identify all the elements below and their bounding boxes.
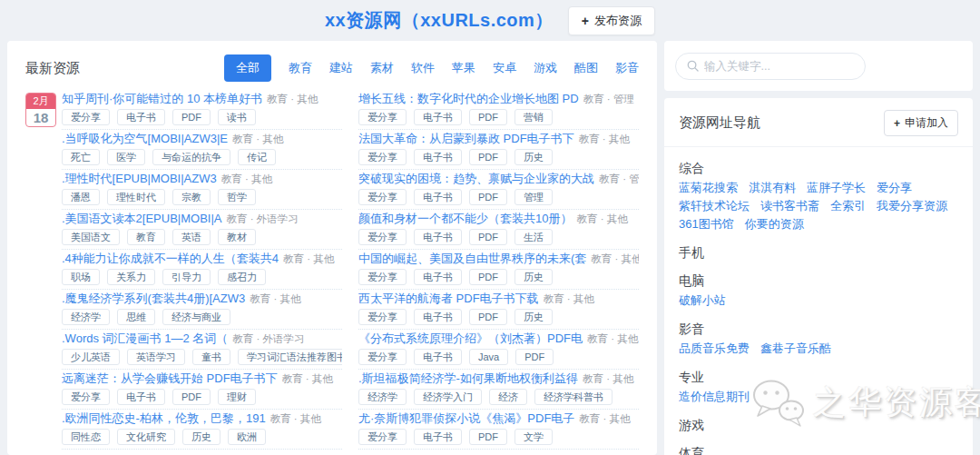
tab-7[interactable]: 游戏	[534, 60, 557, 76]
resource-title-link[interactable]: .魔鬼经济学系列(套装共4册)[AZW3	[62, 292, 245, 305]
tag-chip[interactable]: 思维	[117, 309, 155, 325]
resource-title-link[interactable]: .当呼吸化为空气[MOBI|AZW3|E	[62, 132, 228, 145]
nav-link[interactable]: 破解小站	[679, 292, 726, 310]
tag-chip[interactable]: 爱分享	[358, 229, 407, 245]
tag-chip[interactable]: 教材	[218, 229, 256, 245]
tag-chip[interactable]: 管理	[514, 189, 553, 205]
tag-chip[interactable]: 理性时代	[107, 189, 165, 205]
tag-chip[interactable]: 文学	[514, 429, 553, 445]
tag-chip[interactable]: 爱分享	[358, 429, 407, 445]
tab-4[interactable]: 软件	[411, 60, 435, 76]
tag-chip[interactable]: 历史	[182, 429, 220, 445]
resource-title-link[interactable]: .理性时代[EPUB|MOBI|AZW3	[62, 172, 217, 185]
tag-chip[interactable]: 文化研究	[117, 429, 175, 445]
tag-chip[interactable]: 经济学	[358, 389, 407, 405]
tag-chip[interactable]: PDF	[469, 229, 507, 245]
resource-title-link[interactable]: 法国大革命：从启蒙到暴政 PDF电子书下	[358, 132, 574, 145]
tag-chip[interactable]: 电子书	[414, 229, 462, 245]
tag-chip[interactable]: 电子书	[414, 109, 462, 125]
tag-chip[interactable]: 哲学	[218, 189, 256, 205]
tag-chip[interactable]: 爱分享	[358, 309, 407, 325]
tab-1[interactable]: 教育	[289, 60, 312, 76]
tag-chip[interactable]: 读书	[218, 109, 256, 125]
tag-chip[interactable]: 经济	[489, 389, 527, 405]
tag-chip[interactable]: 爱分享	[358, 269, 407, 285]
tag-chip[interactable]: 同性恋	[62, 429, 110, 445]
tab-5[interactable]: 苹果	[452, 60, 475, 76]
tab-0[interactable]: 全部	[224, 54, 271, 82]
tag-chip[interactable]: 理财	[218, 389, 256, 405]
tag-chip[interactable]: 电子书	[117, 109, 165, 125]
tag-chip[interactable]: 电子书	[414, 309, 462, 325]
tag-chip[interactable]: 职场	[62, 269, 100, 285]
resource-title-link[interactable]: .欧洲同性恋史-柏林，伦敦，巴黎，191	[62, 411, 266, 425]
tab-8[interactable]: 酷图	[574, 60, 598, 76]
nav-link[interactable]: 紫轩技术论坛	[679, 197, 750, 215]
tag-chip[interactable]: PDF	[469, 149, 507, 165]
nav-link[interactable]: 361图书馆	[679, 215, 734, 233]
tab-3[interactable]: 素材	[370, 60, 394, 76]
tab-2[interactable]: 建站	[329, 60, 353, 76]
resource-title-link[interactable]: .Words 词汇漫画书 1—2 名词（	[62, 331, 228, 345]
resource-title-link[interactable]: 尤·奈斯博犯罪侦探小说《焦渴》PDF电子	[358, 411, 574, 425]
tag-chip[interactable]: 经济学入门	[414, 389, 482, 405]
tag-chip[interactable]: 历史	[514, 309, 553, 325]
resource-title-link[interactable]: 《分布式系统原理介绍》（刘杰著）PDF电	[358, 331, 583, 345]
nav-link[interactable]: 造价信息期刊	[679, 388, 750, 406]
tag-chip[interactable]: PDF	[469, 309, 507, 325]
tag-chip[interactable]: 电子书	[117, 389, 165, 405]
tag-chip[interactable]: 感召力	[218, 269, 266, 285]
resource-title-link[interactable]: 西太平洋的航海者 PDF电子书下载	[358, 292, 539, 305]
resource-title-link[interactable]: .斯坦福极简经济学-如何果断地权衡利益得	[358, 371, 578, 385]
tab-6[interactable]: 安卓	[493, 60, 516, 76]
tag-chip[interactable]: 与命运的抗争	[152, 149, 230, 165]
search-box[interactable]	[675, 53, 866, 80]
tag-chip[interactable]: 英语学习	[127, 349, 185, 365]
tag-chip[interactable]: 宗教	[172, 189, 211, 205]
resource-title-link[interactable]: .4种能力让你成就不一样的人生（套装共4	[62, 252, 279, 265]
tag-chip[interactable]: PDF	[172, 109, 211, 125]
tag-chip[interactable]: 营销	[514, 109, 553, 125]
nav-link[interactable]: 全索引	[830, 197, 866, 215]
nav-link[interactable]: 品质音乐免费	[679, 340, 750, 358]
nav-link[interactable]: 蓝菊花搜索	[679, 179, 738, 197]
nav-link[interactable]: 你要的资源	[745, 215, 804, 233]
nav-link[interactable]: 读书客书斋	[760, 197, 819, 215]
apply-join-button[interactable]: 申请加入	[884, 110, 958, 136]
tag-chip[interactable]: 生活	[514, 229, 553, 245]
tag-chip[interactable]: PDF	[515, 349, 554, 365]
tag-chip[interactable]: 欧洲	[228, 429, 266, 445]
tag-chip[interactable]: PDF	[469, 109, 507, 125]
tag-chip[interactable]: 电子书	[414, 269, 462, 285]
nav-link[interactable]: 蓝胖子学长	[807, 179, 866, 197]
resource-title-link[interactable]: 远离迷茫：从学会赚钱开始 PDF电子书下	[62, 371, 278, 385]
tag-chip[interactable]: 爱分享	[358, 109, 407, 125]
resource-title-link[interactable]: 中国的崛起、美国及自由世界秩序的未来(套	[358, 252, 586, 265]
tag-chip[interactable]: 经济学	[62, 309, 110, 325]
tag-chip[interactable]: 英语	[172, 229, 211, 245]
tag-chip[interactable]: 历史	[514, 269, 553, 285]
tag-chip[interactable]: 电子书	[414, 349, 462, 365]
tag-chip[interactable]: Java	[469, 349, 508, 365]
tag-chip[interactable]: 少儿英语	[62, 349, 120, 365]
tag-chip[interactable]: 爱分享	[62, 109, 110, 125]
tag-chip[interactable]: 电子书	[414, 189, 462, 205]
tag-chip[interactable]: 死亡	[62, 149, 100, 165]
tag-chip[interactable]: PDF	[469, 269, 507, 285]
tag-chip[interactable]: 医学	[107, 149, 145, 165]
resource-title-link[interactable]: 颜值和身材一个都不能少（套装共10册）	[358, 212, 572, 225]
tag-chip[interactable]: 爱分享	[358, 149, 407, 165]
tag-chip[interactable]: 电子书	[414, 429, 462, 445]
publish-resource-button[interactable]: 发布资源	[568, 6, 655, 35]
resource-title-link[interactable]: 突破现实的困境：趋势、禀赋与企业家的大战	[358, 172, 594, 185]
tag-chip[interactable]: 教育	[127, 229, 165, 245]
resource-title-link[interactable]: 增长五线：数字化时代的企业增长地图 PD	[358, 92, 579, 105]
resource-title-link[interactable]: .美国语文读本2[EPUB|MOBI|A	[62, 212, 222, 225]
tag-chip[interactable]: 爱分享	[358, 349, 407, 365]
tag-chip[interactable]: 爱分享	[358, 189, 407, 205]
nav-link[interactable]: 爱分享	[877, 179, 912, 197]
tag-chip[interactable]: 引导力	[162, 269, 211, 285]
tag-chip[interactable]: 潘恩	[62, 189, 100, 205]
tag-chip[interactable]: 传记	[238, 149, 276, 165]
tag-chip[interactable]: 电子书	[414, 149, 462, 165]
